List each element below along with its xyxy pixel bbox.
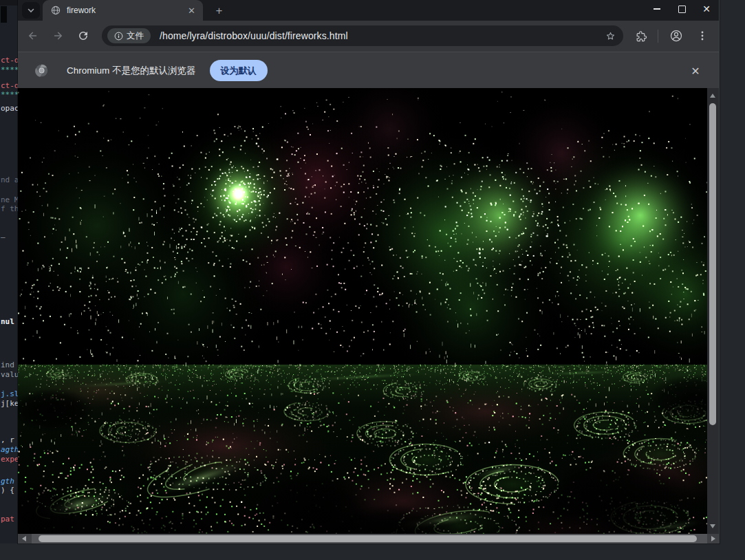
editor-code-fragment: ) { (1, 486, 14, 495)
editor-code-fragment: j.sl (1, 390, 18, 398)
reload-button[interactable] (74, 26, 93, 45)
editor-code-fragment: agth (1, 446, 18, 454)
scroll-right-icon (711, 536, 715, 541)
toolbar: 文件 /home/lyra/distrobox/uuu/dist/firewor… (18, 21, 719, 52)
editor-code-fragment: — (1, 233, 6, 241)
menu-kebab-icon (697, 30, 708, 41)
extensions-icon (635, 30, 648, 43)
horizontal-scrollbar[interactable] (18, 534, 719, 543)
reload-icon (77, 30, 89, 42)
new-tab-icon: + (216, 4, 223, 18)
maximize-button[interactable] (678, 5, 686, 13)
set-default-button[interactable]: 设为默认 (210, 60, 268, 81)
profile-icon (669, 29, 683, 43)
default-browser-infobar: Chromium 不是您的默认浏览器 设为默认 ✕ (18, 52, 719, 89)
vertical-scrollbar[interactable] (707, 88, 719, 534)
new-tab-button[interactable]: + (211, 3, 227, 19)
extensions-button[interactable] (631, 26, 651, 45)
star-icon (605, 30, 616, 42)
back-icon (26, 30, 39, 42)
scroll-left-button[interactable] (18, 534, 32, 543)
editor-code-fragment: ct-o (1, 56, 18, 65)
tab-search-chevron-icon (27, 6, 35, 14)
infobar-message: Chromium 不是您的默认浏览器 (67, 65, 196, 77)
editor-code-fragment: expe (1, 455, 18, 464)
site-info-label: 文件 (127, 30, 144, 42)
vertical-scrollbar-thumb[interactable] (709, 103, 716, 425)
scroll-right-button[interactable] (707, 534, 719, 543)
editor-code-fragment: nd a (1, 176, 18, 184)
url-text: /home/lyra/distrobox/uuu/dist/fireworks.… (160, 30, 348, 41)
editor-code-fragment: f th (1, 205, 18, 213)
profile-button[interactable] (667, 26, 686, 45)
info-icon (114, 32, 123, 41)
editor-code-fragment: nul (1, 318, 14, 326)
tab-firework[interactable]: firework ✕ (43, 0, 203, 21)
toolbar-separator (658, 30, 658, 43)
horizontal-scrollbar-thumb[interactable] (39, 535, 697, 542)
titlebar: firework ✕ + ✕ (18, 0, 719, 21)
scroll-left-icon (22, 536, 26, 541)
chromium-logo-icon (34, 63, 49, 78)
close-icon: ✕ (702, 5, 711, 13)
editor-code-fragment: pat (1, 515, 14, 524)
editor-code-fragment: gth (1, 477, 14, 486)
editor-code-fragment: ind (1, 361, 14, 369)
globe-favicon (51, 6, 61, 15)
editor-code-fragment: ct-o (1, 82, 18, 90)
editor-black-box (1, 6, 7, 23)
background-editor-window[interactable]: ct-o*****ct-o*****opacnd ane Mf th—nulin… (0, 0, 18, 543)
window-controls: ✕ (653, 0, 711, 18)
editor-code-fragment: j[ke (1, 400, 18, 408)
forward-icon (52, 30, 65, 42)
editor-code-fragment: opac (1, 105, 18, 113)
fireworks-canvas[interactable] (18, 88, 707, 534)
tab-close-icon[interactable]: ✕ (186, 5, 197, 17)
editor-code-fragment: ***** (1, 91, 18, 99)
scroll-up-icon[interactable] (710, 94, 715, 98)
address-bar[interactable]: 文件 /home/lyra/distrobox/uuu/dist/firewor… (102, 25, 623, 46)
site-info-chip[interactable]: 文件 (107, 28, 151, 43)
bookmark-button[interactable] (603, 29, 617, 43)
infobar-close-icon: ✕ (691, 65, 700, 78)
browser-window: firework ✕ + ✕ 文件 /home/lyra/distrobox/u… (18, 0, 720, 543)
maximize-icon (678, 6, 686, 13)
forward-button[interactable] (49, 26, 68, 45)
minimize-icon (654, 8, 660, 10)
desktop: { "browser": { "tab": { "title": "firewo… (0, 0, 745, 560)
menu-button[interactable] (693, 26, 712, 45)
scroll-down-icon[interactable] (710, 524, 715, 528)
tab-title: firework (67, 6, 186, 15)
editor-code-fragment: , r (1, 436, 14, 444)
editor-code-fragment: ***** (1, 66, 18, 74)
editor-code-fragment: valu (1, 371, 18, 379)
editor-top-band (0, 0, 18, 6)
tab-search-button[interactable] (22, 2, 40, 19)
editor-code-fragment: ne M (1, 196, 18, 204)
back-button[interactable] (23, 26, 42, 45)
infobar-close-button[interactable]: ✕ (689, 64, 702, 78)
minimize-button[interactable] (653, 5, 661, 13)
close-window-button[interactable]: ✕ (702, 5, 711, 13)
